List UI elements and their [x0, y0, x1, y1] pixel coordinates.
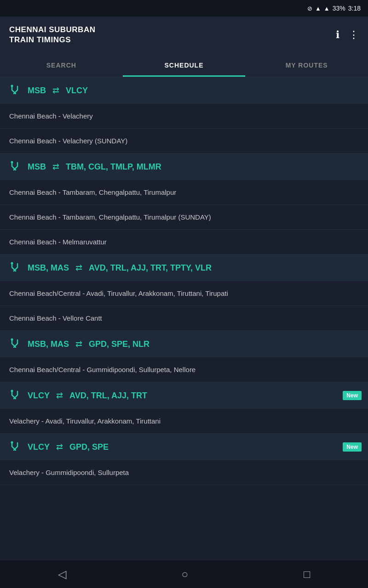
svg-point-5 [11, 441, 13, 444]
route-from-3: MSB, MAS [28, 263, 69, 273]
svg-point-3 [11, 339, 13, 341]
route-arrow-5: ⇄ [56, 390, 63, 401]
info-button[interactable]: ℹ [336, 29, 339, 41]
time-text: 3:18 [348, 5, 361, 12]
svg-point-4 [11, 390, 13, 392]
home-button[interactable]: ○ [177, 563, 193, 585]
route-to-1: VLCY [66, 86, 88, 96]
bottom-nav: ◁ ○ □ [0, 560, 368, 588]
status-icons: ⊘ ▲ ▲ 33% 3:18 [307, 5, 361, 12]
train-icon-6 [9, 440, 23, 454]
app-title: CHENNAI SUBURBANTRAIN TIMINGS [9, 25, 95, 45]
route-arrow-2: ⇄ [52, 162, 59, 172]
route-arrow-3: ⇄ [75, 263, 82, 273]
signal-icon: ▲ [324, 5, 330, 12]
svg-point-0 [11, 85, 13, 87]
train-icon-3 [9, 261, 23, 275]
new-badge-5: New [343, 391, 362, 400]
route-to-5: AVD, TRL, AJJ, TRT [69, 391, 147, 401]
train-icon-1 [9, 84, 23, 97]
list-item[interactable]: Velachery - Avadi, Tiruvallur, Arakkonam… [0, 409, 368, 434]
route-from-1: MSB [28, 86, 46, 96]
route-arrow-1: ⇄ [52, 85, 59, 96]
route-from-5: VLCY [28, 391, 50, 401]
list-item[interactable]: Chennai Beach - Vellore Cantt [0, 306, 368, 331]
status-bar: ⊘ ▲ ▲ 33% 3:18 [0, 0, 368, 17]
list-item[interactable]: Chennai Beach/Central - Gummidipoondi, S… [0, 357, 368, 382]
schedule-content: MSB ⇄ VLCY Chennai Beach - Velachery Che… [0, 77, 368, 560]
train-icon-5 [9, 389, 23, 402]
wifi-icon: ▲ [315, 5, 321, 12]
route-header-msb-tbm[interactable]: MSB ⇄ TBM, CGL, TMLP, MLMR [0, 153, 368, 180]
route-header-vlcy-avd[interactable]: VLCY ⇄ AVD, TRL, AJJ, TRT New [0, 382, 368, 409]
list-item[interactable]: Chennai Beach - Tambaram, Chengalpattu, … [0, 205, 368, 230]
route-to-2: TBM, CGL, TMLP, MLMR [66, 162, 161, 172]
header-actions: ℹ ⋮ [336, 29, 359, 41]
list-item[interactable]: Chennai Beach - Tambaram, Chengalpattu, … [0, 180, 368, 205]
tab-bar: SEARCH SCHEDULE MY ROUTES [0, 53, 368, 77]
tab-search[interactable]: SEARCH [0, 53, 123, 77]
app-header: CHENNAI SUBURBANTRAIN TIMINGS ℹ ⋮ [0, 17, 368, 53]
route-arrow-4: ⇄ [75, 339, 82, 349]
route-to-4: GPD, SPE, NLR [89, 339, 150, 349]
train-icon-4 [9, 337, 23, 351]
svg-point-2 [11, 262, 13, 265]
list-item[interactable]: Chennai Beach - Velachery [0, 104, 368, 129]
route-to-3: AVD, TRL, AJJ, TRT, TPTY, VLR [89, 263, 212, 273]
route-to-6: GPD, SPE [69, 442, 109, 452]
list-item[interactable]: Chennai Beach/Central - Avadi, Tiruvallu… [0, 281, 368, 306]
tab-schedule[interactable]: SCHEDULE [123, 53, 246, 77]
list-item[interactable]: Chennai Beach - Melmaruvattur [0, 230, 368, 254]
back-button[interactable]: ◁ [53, 563, 71, 585]
train-icon-2 [9, 160, 23, 174]
route-from-2: MSB [28, 162, 46, 172]
route-header-msb-mas-avd[interactable]: MSB, MAS ⇄ AVD, TRL, AJJ, TRT, TPTY, VLR [0, 254, 368, 281]
route-from-4: MSB, MAS [28, 339, 69, 349]
tab-my-routes[interactable]: MY ROUTES [245, 53, 368, 77]
list-item[interactable]: Chennai Beach - Velachery (SUNDAY) [0, 129, 368, 153]
route-header-vlcy-gpd[interactable]: VLCY ⇄ GPD, SPE New [0, 434, 368, 460]
route-arrow-6: ⇄ [56, 442, 63, 452]
battery-text: 33% [333, 5, 345, 12]
do-not-disturb-icon: ⊘ [307, 5, 312, 12]
recents-button[interactable]: □ [299, 563, 315, 585]
route-from-6: VLCY [28, 442, 50, 452]
svg-point-1 [11, 161, 13, 164]
new-badge-6: New [343, 442, 362, 452]
route-header-msb-vlcy[interactable]: MSB ⇄ VLCY [0, 77, 368, 104]
menu-button[interactable]: ⋮ [349, 29, 359, 41]
list-item[interactable]: Velachery - Gummidipoondi, Sullurpeta [0, 460, 368, 485]
route-header-msb-mas-gpd[interactable]: MSB, MAS ⇄ GPD, SPE, NLR [0, 331, 368, 357]
